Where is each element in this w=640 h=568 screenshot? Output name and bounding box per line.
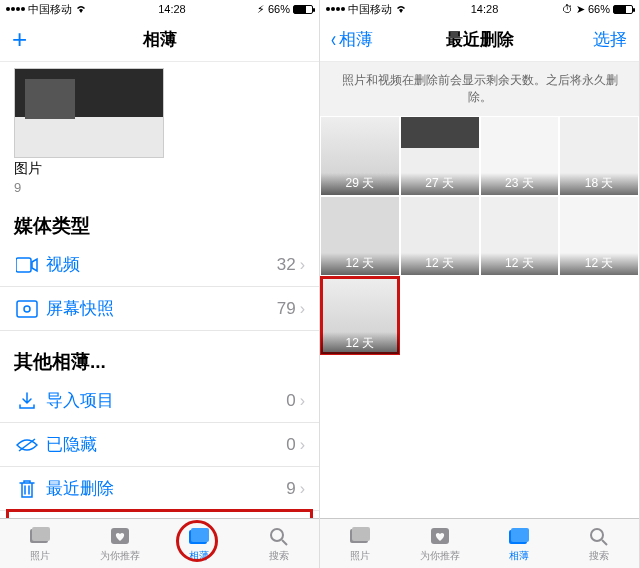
svg-rect-5: [32, 527, 50, 541]
grid-cell-selected[interactable]: 12 天: [320, 276, 400, 356]
tab-label: 为你推荐: [420, 549, 460, 563]
nav-title: 相薄: [143, 28, 177, 51]
row-screenshots[interactable]: 屏幕快照 79 ›: [0, 287, 319, 331]
alarm-icon: ⏱: [562, 3, 573, 15]
photos-icon: [348, 525, 372, 547]
status-bar: 中国移动 14:28 ⚡︎ 66%: [0, 0, 319, 18]
grid-cell[interactable]: 12 天: [400, 196, 480, 276]
chevron-right-icon: ›: [300, 256, 305, 274]
tab-label: 搜索: [269, 549, 289, 563]
svg-line-10: [282, 540, 287, 545]
grid-cell[interactable]: 12 天: [480, 196, 560, 276]
days-badge: 18 天: [560, 173, 638, 195]
tab-search[interactable]: 搜索: [559, 519, 639, 568]
clock: 14:28: [158, 3, 186, 15]
battery-icon: [613, 5, 633, 14]
days-badge: 12 天: [481, 253, 559, 275]
chevron-right-icon: ›: [300, 480, 305, 498]
tab-for-you[interactable]: 为你推荐: [400, 519, 480, 568]
chevron-right-icon: ›: [300, 300, 305, 318]
grid-cell[interactable]: 18 天: [559, 116, 639, 196]
left-screen: 中国移动 14:28 ⚡︎ 66% + 相薄 图片 9 媒体类型 视频 32 ›: [0, 0, 320, 568]
tab-label: 照片: [350, 549, 370, 563]
nav-bar: ‹ 相薄 最近删除 选择: [320, 18, 639, 62]
hidden-icon: [14, 437, 40, 453]
wifi-icon: [395, 4, 407, 14]
row-label: 已隐藏: [46, 433, 286, 456]
grid-cell[interactable]: 27 天: [400, 116, 480, 196]
row-videos[interactable]: 视频 32 ›: [0, 243, 319, 287]
battery-percent: ⚡︎ 66%: [257, 3, 290, 16]
carrier-label: 中国移动: [348, 2, 392, 17]
search-icon: [587, 525, 611, 547]
days-badge: 12 天: [560, 253, 638, 275]
row-label: 最近删除: [46, 477, 286, 500]
album-count: 9: [14, 180, 319, 195]
grid-cell[interactable]: 12 天: [559, 196, 639, 276]
svg-rect-0: [16, 258, 31, 272]
row-count: 0: [286, 435, 295, 455]
chevron-left-icon: ‹: [331, 29, 336, 51]
tab-label: 相薄: [189, 549, 209, 563]
albums-icon: [187, 525, 211, 547]
clock: 14:28: [471, 3, 499, 15]
days-badge: 27 天: [401, 173, 479, 195]
days-badge: 23 天: [481, 173, 559, 195]
select-button[interactable]: 选择: [593, 28, 627, 51]
row-count: 9: [286, 479, 295, 499]
tab-label: 相薄: [509, 549, 529, 563]
nav-bar: + 相薄: [0, 18, 319, 62]
row-recently-deleted[interactable]: 最近删除 9 ›: [0, 467, 319, 511]
row-label: 导入项目: [46, 389, 286, 412]
chevron-right-icon: ›: [300, 392, 305, 410]
tab-label: 为你推荐: [100, 549, 140, 563]
album-name: 图片: [14, 160, 319, 178]
battery-icon: [293, 5, 313, 14]
tab-photos[interactable]: 照片: [320, 519, 400, 568]
days-badge: 12 天: [321, 253, 399, 275]
row-hidden[interactable]: 已隐藏 0 ›: [0, 423, 319, 467]
albums-icon: [507, 525, 531, 547]
days-badge: 29 天: [321, 173, 399, 195]
row-label: 视频: [46, 253, 277, 276]
import-icon: [14, 391, 40, 411]
video-icon: [14, 257, 40, 273]
days-badge: 12 天: [321, 332, 399, 354]
right-screen: 中国移动 14:28 ⏱ ➤ 66% ‹ 相薄 最近删除 选择 照片和视频在删除…: [320, 0, 640, 568]
grid-cell[interactable]: 12 天: [320, 196, 400, 276]
tab-for-you[interactable]: 为你推荐: [80, 519, 160, 568]
trash-icon: [14, 479, 40, 499]
section-other-albums: 其他相薄...: [14, 349, 305, 375]
add-button[interactable]: +: [12, 24, 27, 55]
info-banner: 照片和视频在删除前会显示剩余天数。之后将永久删除。: [320, 62, 639, 116]
album-thumbnail[interactable]: [14, 68, 164, 158]
row-count: 79: [277, 299, 296, 319]
svg-point-9: [271, 529, 283, 541]
tab-bar: 照片 为你推荐 相薄 搜索: [0, 518, 319, 568]
svg-rect-15: [511, 528, 529, 542]
row-label: 屏幕快照: [46, 297, 277, 320]
tab-albums[interactable]: 相薄: [160, 519, 240, 568]
svg-point-16: [591, 529, 603, 541]
row-count: 0: [286, 391, 295, 411]
back-button[interactable]: ‹ 相薄: [330, 28, 373, 51]
location-icon: ➤: [576, 3, 585, 16]
tab-search[interactable]: 搜索: [239, 519, 319, 568]
chevron-right-icon: ›: [300, 436, 305, 454]
row-imported[interactable]: 导入项目 0 ›: [0, 379, 319, 423]
svg-rect-8: [191, 528, 209, 542]
tab-albums[interactable]: 相薄: [480, 519, 560, 568]
nav-title: 最近删除: [446, 28, 514, 51]
grid-cell[interactable]: 29 天: [320, 116, 400, 196]
svg-rect-1: [17, 301, 37, 317]
tab-label: 搜索: [589, 549, 609, 563]
signal-icon: [6, 7, 25, 11]
tab-photos[interactable]: 照片: [0, 519, 80, 568]
photo-grid: 29 天 27 天 23 天 18 天 12 天 12 天 12 天 12 天 …: [320, 116, 639, 355]
battery-percent: 66%: [588, 3, 610, 15]
heart-icon: [428, 525, 452, 547]
days-badge: 12 天: [401, 253, 479, 275]
grid-cell[interactable]: 23 天: [480, 116, 560, 196]
screenshot-icon: [14, 300, 40, 318]
photos-icon: [28, 525, 52, 547]
